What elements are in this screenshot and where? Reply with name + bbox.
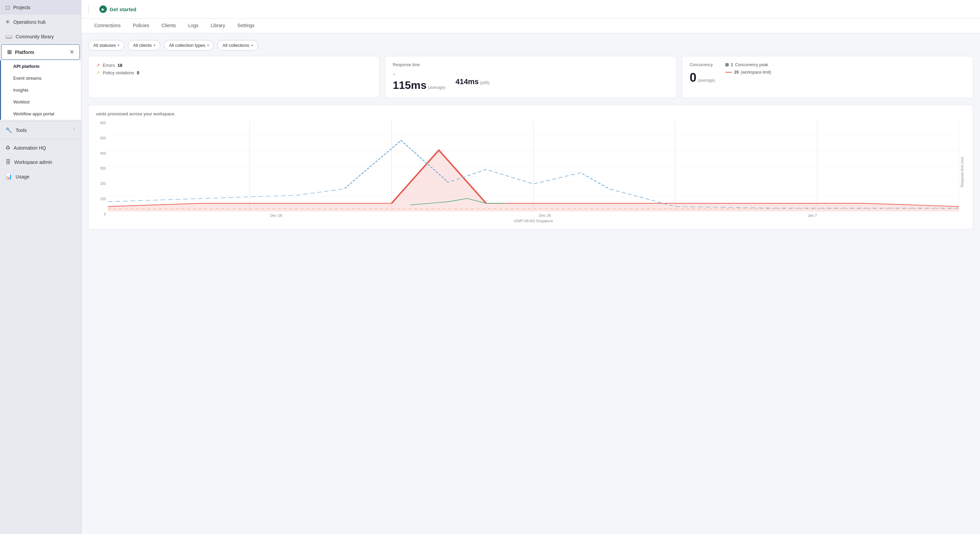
chart-timezone-label: (GMT-08:00) Singapore: [108, 219, 959, 223]
submenu-label: Event streams: [13, 76, 41, 81]
page-content: All statuses ▾ All clients ▾ All collect…: [81, 33, 980, 534]
chart-description: uests processed across your workspace.: [96, 111, 966, 116]
tab-connections[interactable]: Connections: [88, 19, 127, 33]
sidebar-item-label: Operations hub: [13, 19, 46, 25]
workspace-admin-icon: 🗄: [5, 159, 11, 165]
tab-settings[interactable]: Settings: [231, 19, 261, 33]
concurrency-values: Concurrency 0 (average) 1 Concurrency pe…: [690, 62, 966, 85]
error-trend-icon: ↗: [96, 62, 100, 68]
sidebar: ◻ Projects ✳ Operations hub 📖 Community …: [0, 0, 81, 534]
x-axis-labels: Dec 18 Dec 28 Jan 7: [108, 214, 959, 217]
automation-hq-icon: ♻: [5, 145, 10, 151]
sidebar-item-label: Projects: [13, 5, 30, 10]
response-avg-label: (average): [428, 85, 445, 90]
tab-policies[interactable]: Policies: [127, 19, 155, 33]
chevron-down-icon: ▾: [154, 43, 155, 47]
sidebar-item-projects[interactable]: ◻ Projects: [0, 0, 81, 14]
chart-svg: [108, 121, 959, 211]
response-p95-col: ··· 414ms (p95): [455, 70, 490, 86]
response-time-title: Response time: [393, 62, 668, 67]
sidebar-item-tools[interactable]: 🔧 Tools ⌃: [0, 123, 81, 137]
sidebar-item-community-library[interactable]: 📖 Community library: [0, 29, 81, 44]
errors-card: ↗ Errors 18 ↗ Policy violations 0: [88, 56, 379, 98]
filter-clients[interactable]: All clients ▾: [128, 40, 161, 51]
y-axis-label: Response time (ms): [959, 121, 966, 223]
filter-statuses[interactable]: All statuses ▾: [88, 40, 124, 51]
chevron-down-icon: ▾: [251, 43, 253, 47]
chart-area: [108, 121, 959, 211]
response-avg-dots: ···: [393, 70, 395, 78]
filter-collection-types[interactable]: All collection types ▾: [164, 40, 214, 51]
response-time-values: ··· 115ms (average) ··· 414ms: [393, 70, 668, 92]
platform-icon: ⊞: [7, 49, 11, 55]
response-p95-value: 414ms: [455, 77, 479, 86]
main-content: ▶ Get started Connections Policies Clien…: [81, 0, 980, 534]
sidebar-item-label: Community library: [16, 34, 54, 39]
filter-collections[interactable]: All collections ▾: [217, 40, 258, 51]
play-icon: ▶: [99, 5, 107, 13]
tab-logs[interactable]: Logs: [182, 19, 204, 33]
submenu-label: Insights: [13, 88, 29, 92]
sidebar-item-label: Tools: [16, 128, 27, 133]
projects-icon: ◻: [5, 4, 10, 11]
sidebar-item-label: Workspace admin: [14, 159, 52, 165]
sidebar-item-label: Usage: [16, 174, 29, 180]
operations-hub-icon: ✳: [5, 19, 10, 25]
response-time-card: Response time ··· 115ms (average) ···: [385, 56, 676, 98]
concurrency-peak-label: Concurrency peak: [735, 62, 768, 67]
chevron-down-icon: ▾: [207, 43, 209, 47]
concurrency-limit-value: 20: [734, 70, 738, 75]
y-axis-labels: 600 500 400 300 200 100 0: [96, 121, 108, 216]
tools-expand-icon: ⌃: [72, 128, 76, 133]
close-platform-icon[interactable]: ✕: [70, 49, 74, 55]
submenu-label: Workflow apps portal: [13, 111, 54, 116]
sidebar-item-usage[interactable]: 📊 Usage: [0, 169, 81, 184]
tab-clients[interactable]: Clients: [155, 19, 182, 33]
submenu-item-api-platform[interactable]: API platform: [1, 61, 81, 72]
response-p95-dots: ···: [455, 70, 457, 76]
usage-icon: 📊: [5, 173, 12, 180]
community-library-icon: 📖: [5, 33, 12, 40]
concurrency-limit-indicator: [725, 72, 732, 73]
chart-container: 600 500 400 300 200 100 0: [96, 121, 966, 223]
chevron-down-icon: ▾: [118, 43, 119, 47]
sidebar-item-operations-hub[interactable]: ✳ Operations hub: [0, 14, 81, 29]
concurrency-avg-value: 0: [690, 70, 697, 85]
sidebar-item-automation-hq[interactable]: ♻ Automation HQ: [0, 140, 81, 155]
submenu-item-workflow-apps-portal[interactable]: Workflow apps portal: [1, 108, 81, 120]
concurrency-peak-col: 1 Concurrency peak 20 (workspace limit): [725, 62, 771, 85]
submenu-label: API platform: [13, 64, 39, 69]
chart-section: uests processed across your workspace. 6…: [88, 105, 973, 230]
submenu-label: Workbot: [13, 99, 30, 105]
concurrency-limit-label: (workspace limit): [741, 70, 771, 75]
sidebar-item-workspace-admin[interactable]: 🗄 Workspace admin: [0, 155, 81, 169]
submenu-item-event-streams[interactable]: Event streams: [1, 72, 81, 84]
response-avg-value: 115ms: [393, 79, 426, 92]
violation-trend-icon: ↗: [96, 70, 100, 75]
submenu-item-insights[interactable]: Insights: [1, 84, 81, 96]
response-avg-col: ··· 115ms (average): [393, 70, 445, 92]
concurrency-peak-indicator: [725, 63, 729, 67]
errors-metric: ↗ Errors 18: [96, 62, 372, 68]
concurrency-avg-col: Concurrency 0 (average): [690, 62, 715, 85]
topbar-divider: [88, 5, 89, 14]
concurrency-avg-label: (average): [698, 78, 715, 83]
sidebar-divider: [0, 121, 81, 121]
policy-violations-metric: ↗ Policy violations 0: [96, 70, 372, 75]
sidebar-item-label: Automation HQ: [14, 145, 46, 151]
nav-tabs: Connections Policies Clients Logs Librar…: [81, 19, 980, 33]
sidebar-item-platform[interactable]: ⊞ Platform ✕: [2, 45, 80, 60]
metrics-row: ↗ Errors 18 ↗ Policy violations 0 Respon…: [88, 56, 973, 98]
tools-icon: 🔧: [5, 127, 12, 133]
concurrency-peak-value: 1: [731, 62, 733, 67]
response-p95-label: (p95): [480, 80, 490, 85]
concurrency-title: Concurrency: [690, 62, 715, 67]
tab-library[interactable]: Library: [204, 19, 231, 33]
filter-bar: All statuses ▾ All clients ▾ All collect…: [88, 40, 973, 51]
platform-submenu: API platform Event streams Insights Work…: [0, 61, 81, 120]
topbar: ▶ Get started: [81, 0, 980, 19]
chart-area-wrapper: Dec 18 Dec 28 Jan 7 (GMT-08:00) Singapor…: [108, 121, 959, 223]
get-started-button[interactable]: ▶ Get started: [95, 3, 140, 15]
submenu-item-workbot[interactable]: Workbot: [1, 96, 81, 108]
concurrency-card: Concurrency 0 (average) 1 Concurrency pe…: [682, 56, 973, 98]
